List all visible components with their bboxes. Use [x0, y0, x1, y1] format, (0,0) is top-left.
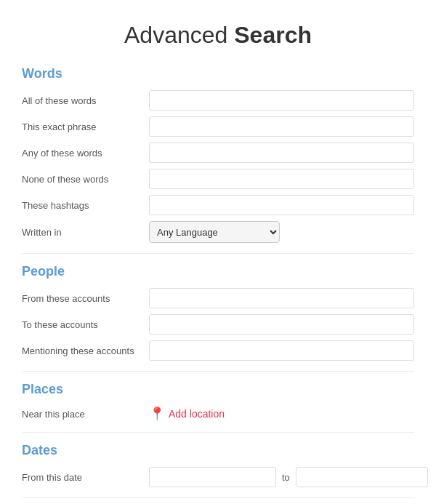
- people-section: People From these accounts To these acco…: [22, 264, 414, 361]
- words-divider: [22, 253, 414, 254]
- written-in-label: Written in: [22, 227, 149, 238]
- none-words-label: None of these words: [22, 174, 149, 185]
- mentioning-accounts-row: Mentioning these accounts: [22, 340, 414, 361]
- to-accounts-label: To these accounts: [22, 319, 149, 330]
- language-select[interactable]: Any Language English Spanish French Germ…: [149, 221, 280, 243]
- add-location-wrapper: 📍 Add location: [149, 406, 225, 422]
- hashtags-label: These hashtags: [22, 200, 149, 211]
- from-accounts-label: From these accounts: [22, 293, 149, 304]
- all-words-label: All of these words: [22, 95, 149, 106]
- from-accounts-row: From these accounts: [22, 288, 414, 308]
- words-section-header: Words: [22, 66, 414, 81]
- date-to-label: to: [282, 472, 290, 483]
- places-section: Places Near this place 📍 Add location: [22, 382, 414, 422]
- to-date-input[interactable]: [296, 467, 428, 487]
- location-pin-icon: 📍: [149, 406, 165, 422]
- page-title: Advanced Search: [22, 15, 414, 49]
- all-words-row: All of these words: [22, 90, 414, 111]
- hashtags-input[interactable]: [149, 195, 414, 215]
- any-words-row: Any of these words: [22, 143, 414, 163]
- date-inputs: to: [149, 467, 428, 487]
- none-words-row: None of these words: [22, 169, 414, 189]
- near-place-row: Near this place 📍 Add location: [22, 406, 414, 422]
- people-divider: [22, 371, 414, 372]
- dates-section: Dates From this date to: [22, 443, 414, 487]
- dates-divider: [22, 497, 414, 498]
- from-accounts-input[interactable]: [149, 288, 414, 308]
- add-location-button[interactable]: Add location: [169, 408, 225, 420]
- people-section-header: People: [22, 264, 414, 279]
- any-words-label: Any of these words: [22, 148, 149, 159]
- mentioning-accounts-label: Mentioning these accounts: [22, 345, 149, 356]
- from-date-input[interactable]: [149, 467, 276, 487]
- all-words-input[interactable]: [149, 90, 414, 111]
- places-divider: [22, 432, 414, 433]
- hashtags-row: These hashtags: [22, 195, 414, 215]
- from-date-row: From this date to: [22, 467, 414, 487]
- words-section: Words All of these words This exact phra…: [22, 66, 414, 243]
- to-accounts-row: To these accounts: [22, 314, 414, 335]
- dates-section-header: Dates: [22, 443, 414, 458]
- any-words-input[interactable]: [149, 143, 414, 163]
- none-words-input[interactable]: [149, 169, 414, 189]
- exact-phrase-row: This exact phrase: [22, 116, 414, 137]
- from-date-label: From this date: [22, 472, 149, 483]
- to-accounts-input[interactable]: [149, 314, 414, 335]
- near-place-label: Near this place: [22, 409, 149, 420]
- places-section-header: Places: [22, 382, 414, 397]
- exact-phrase-input[interactable]: [149, 116, 414, 137]
- written-in-row: Written in Any Language English Spanish …: [22, 221, 414, 243]
- mentioning-accounts-input[interactable]: [149, 340, 414, 361]
- main-container: Advanced Search Words All of these words…: [0, 0, 436, 504]
- exact-phrase-label: This exact phrase: [22, 121, 149, 132]
